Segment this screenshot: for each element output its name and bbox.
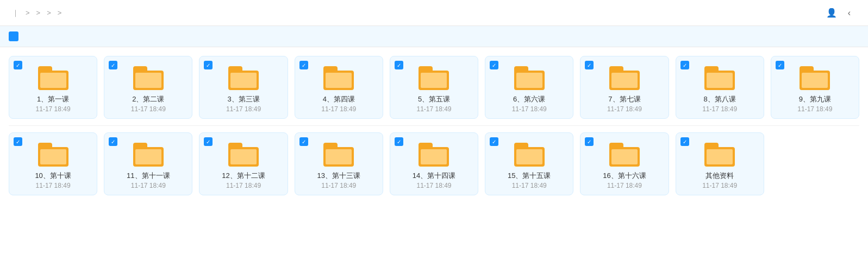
folder-card[interactable]: ✓8、第八课11-17 18:49 bbox=[676, 56, 764, 119]
top-nav: ｜ > > > > 👤 ‹ bbox=[0, 0, 868, 26]
folder-icon bbox=[323, 143, 354, 167]
folder-checkbox[interactable]: ✓ bbox=[109, 137, 117, 146]
folder-date: 11-17 18:49 bbox=[512, 105, 547, 113]
folder-checkbox[interactable]: ✓ bbox=[204, 61, 213, 69]
folder-card[interactable]: ✓其他资料11-17 18:49 bbox=[676, 132, 764, 195]
folder-icon-inner bbox=[326, 149, 352, 164]
folder-name: 其他资料 bbox=[680, 171, 759, 181]
folder-checkbox[interactable]: ✓ bbox=[14, 137, 22, 146]
folder-name: 7、第七课 bbox=[585, 94, 664, 104]
folder-checkbox[interactable]: ✓ bbox=[109, 61, 117, 69]
folder-checkbox[interactable]: ✓ bbox=[585, 61, 594, 69]
folder-card[interactable]: ✓5、第五课11-17 18:49 bbox=[390, 56, 478, 119]
folder-name: 11、第十一课 bbox=[109, 171, 188, 181]
folder-icon bbox=[228, 66, 259, 90]
folder-icon bbox=[228, 143, 259, 167]
folder-icon-inner bbox=[135, 73, 161, 88]
nav-sep-5: > bbox=[58, 9, 62, 17]
folder-icon bbox=[704, 143, 735, 167]
folder-card[interactable]: ✓10、第十课11-17 18:49 bbox=[9, 132, 97, 195]
folder-date: 11-17 18:49 bbox=[226, 105, 261, 113]
folder-checkbox[interactable]: ✓ bbox=[14, 61, 22, 69]
folder-date: 11-17 18:49 bbox=[321, 182, 356, 189]
folder-icon bbox=[419, 66, 449, 90]
folder-checkbox[interactable]: ✓ bbox=[680, 61, 689, 69]
folder-checkbox[interactable]: ✓ bbox=[395, 61, 403, 69]
folder-card[interactable]: ✓1、第一课11-17 18:49 bbox=[9, 56, 97, 119]
folder-card[interactable]: ✓7、第七课11-17 18:49 bbox=[580, 56, 669, 119]
folder-name: 10、第十课 bbox=[14, 171, 92, 181]
folder-name: 2、第二课 bbox=[109, 94, 188, 104]
folder-icon bbox=[704, 66, 735, 90]
folder-date: 11-17 18:49 bbox=[512, 182, 547, 189]
folder-checkbox[interactable]: ✓ bbox=[776, 61, 784, 69]
folder-icon bbox=[323, 66, 354, 90]
nav-sep-4: > bbox=[47, 9, 51, 17]
folder-checkbox[interactable]: ✓ bbox=[680, 137, 689, 146]
folder-date: 11-17 18:49 bbox=[702, 182, 737, 189]
folder-checkbox[interactable]: ✓ bbox=[299, 137, 308, 146]
user-icon[interactable]: 👤 bbox=[824, 5, 839, 20]
folder-name: 15、第十五课 bbox=[490, 171, 569, 181]
folder-date: 11-17 18:49 bbox=[702, 105, 737, 113]
folder-date: 11-17 18:49 bbox=[607, 105, 642, 113]
folder-card[interactable]: ✓14、第十四课11-17 18:49 bbox=[390, 132, 478, 195]
folder-name: 3、第三课 bbox=[204, 94, 283, 104]
main-content: ✓1、第一课11-17 18:49✓2、第二课11-17 18:49✓3、第三课… bbox=[0, 47, 868, 204]
folder-checkbox[interactable]: ✓ bbox=[585, 137, 594, 146]
folder-name: 5、第五课 bbox=[395, 94, 473, 104]
folder-icon-inner bbox=[230, 149, 257, 164]
folder-date: 11-17 18:49 bbox=[416, 105, 451, 113]
folder-name: 4、第四课 bbox=[299, 94, 378, 104]
folder-grid-row2: ✓10、第十课11-17 18:49✓11、第十一课11-17 18:49✓12… bbox=[9, 132, 859, 195]
folder-icon-inner bbox=[326, 73, 352, 88]
folder-icon-inner bbox=[707, 73, 733, 88]
folder-icon-inner bbox=[421, 73, 447, 88]
folder-icon bbox=[609, 66, 640, 90]
folder-card[interactable]: ✓13、第十三课11-17 18:49 bbox=[295, 132, 383, 195]
folder-checkbox[interactable]: ✓ bbox=[490, 61, 498, 69]
folder-card[interactable]: ✓2、第二课11-17 18:49 bbox=[104, 56, 192, 119]
folder-icon bbox=[133, 143, 164, 167]
folder-icon-inner bbox=[230, 73, 257, 88]
folder-icon-inner bbox=[135, 149, 161, 164]
folder-card[interactable]: ✓15、第十五课11-17 18:49 bbox=[485, 132, 573, 195]
folder-icon bbox=[419, 143, 449, 167]
folder-icon bbox=[38, 66, 68, 90]
folder-card[interactable]: ✓3、第三课11-17 18:49 bbox=[199, 56, 288, 119]
folder-card[interactable]: ✓6、第六课11-17 18:49 bbox=[485, 56, 573, 119]
folder-icon-inner bbox=[707, 149, 733, 164]
folder-icon bbox=[609, 143, 640, 167]
nav-sep-3: > bbox=[36, 9, 41, 17]
nav-actions: 👤 ‹ bbox=[824, 5, 859, 20]
folder-date: 11-17 18:49 bbox=[416, 182, 451, 189]
folder-card[interactable]: ✓12、第十二课11-17 18:49 bbox=[199, 132, 288, 195]
folder-icon-inner bbox=[516, 73, 542, 88]
folder-card[interactable]: ✓4、第四课11-17 18:49 bbox=[295, 56, 383, 119]
folder-icon bbox=[514, 66, 545, 90]
folder-date: 11-17 18:49 bbox=[131, 182, 166, 189]
folder-checkbox[interactable]: ✓ bbox=[490, 137, 498, 146]
folder-name: 16、第十六课 bbox=[585, 171, 664, 181]
folder-icon-inner bbox=[421, 149, 447, 164]
folder-date: 11-17 18:49 bbox=[321, 105, 356, 113]
folder-card[interactable]: ✓16、第十六课11-17 18:49 bbox=[580, 132, 669, 195]
folder-card[interactable]: ✓11、第十一课11-17 18:49 bbox=[104, 132, 192, 195]
folder-checkbox[interactable]: ✓ bbox=[204, 137, 213, 146]
folder-icon-inner bbox=[40, 73, 66, 88]
folder-card[interactable]: ✓9、第九课11-17 18:49 bbox=[771, 56, 859, 119]
folder-name: 9、第九课 bbox=[776, 94, 854, 104]
back-icon[interactable]: ‹ bbox=[846, 6, 853, 20]
folder-checkbox[interactable]: ✓ bbox=[395, 137, 403, 146]
row-divider bbox=[9, 125, 859, 126]
folder-date: 11-17 18:49 bbox=[607, 182, 642, 189]
folder-icon-inner bbox=[516, 149, 542, 164]
folder-checkbox[interactable]: ✓ bbox=[299, 61, 308, 69]
folder-name: 14、第十四课 bbox=[395, 171, 473, 181]
folder-icon-inner bbox=[611, 73, 638, 88]
breadcrumb: ｜ > > > > bbox=[9, 8, 65, 18]
nav-sep-1: ｜ bbox=[12, 8, 19, 18]
folder-icon bbox=[133, 66, 164, 90]
folder-date: 11-17 18:49 bbox=[131, 105, 166, 113]
select-all-checkbox[interactable] bbox=[9, 31, 18, 41]
